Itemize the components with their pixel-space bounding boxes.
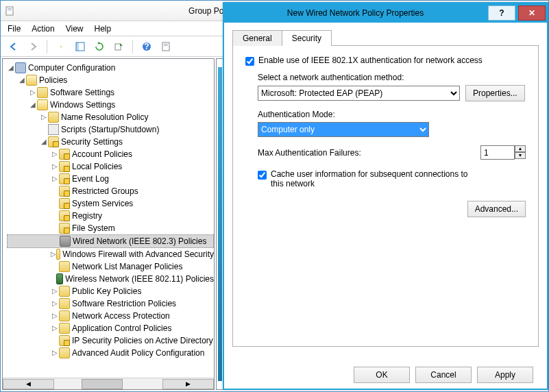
tree-windows-firewall[interactable]: ▷Windows Firewall with Advanced Security [7, 248, 214, 260]
tree-file-system[interactable]: File System [7, 222, 214, 234]
svg-rect-1 [8, 8, 12, 9]
enable-8021x-label: Enable use of IEEE 802.1X authentication… [258, 56, 483, 65]
menu-help[interactable]: Help [95, 24, 112, 34]
tree-advanced-audit[interactable]: ▷Advanced Audit Policy Configuration [7, 347, 214, 359]
svg-text:?: ? [144, 42, 149, 51]
tree-software-restriction[interactable]: ▷Software Restriction Policies [7, 297, 214, 310]
menu-file[interactable]: File [8, 24, 21, 34]
svg-rect-8 [76, 42, 79, 51]
cache-info-checkbox[interactable] [258, 171, 267, 180]
cache-info-label: Cache user information for subsequent co… [271, 169, 476, 188]
forward-button[interactable] [25, 39, 40, 54]
auth-method-select[interactable]: Microsoft: Protected EAP (PEAP) [258, 86, 460, 101]
tab-security[interactable]: Security [282, 30, 332, 46]
cancel-button[interactable]: Cancel [415, 367, 472, 383]
enable-8021x-checkbox[interactable] [245, 57, 254, 66]
tree-name-resolution[interactable]: ▷Name Resolution Policy [7, 111, 214, 123]
tree-app-control[interactable]: ▷Application Control Policies [7, 322, 214, 334]
tree-registry[interactable]: Registry [7, 210, 214, 222]
tree-ipsec[interactable]: IP Security Policies on Active Directory [7, 334, 214, 347]
tree-wired-network[interactable]: Wired Network (IEEE 802.3) Policies [7, 234, 214, 248]
back-button[interactable] [6, 39, 21, 54]
tree-windows-settings[interactable]: ◢Windows Settings [7, 99, 214, 111]
method-properties-button[interactable]: Properties... [465, 85, 525, 101]
dialog-help-button[interactable]: ? [488, 5, 515, 21]
svg-rect-13 [164, 44, 168, 45]
svg-rect-14 [164, 45, 168, 46]
properties-button[interactable] [158, 39, 173, 54]
tree-local-policies[interactable]: ▷Local Policies [7, 160, 214, 173]
menu-view[interactable]: View [66, 24, 84, 34]
dialog-title: New Wired Network Policy Properties [224, 8, 487, 18]
scroll-right-button[interactable]: ▶ [162, 379, 214, 389]
svg-rect-9 [115, 44, 121, 50]
apply-button[interactable]: Apply [477, 367, 533, 383]
select-method-label: Select a network authentication method: [258, 73, 526, 82]
tree-public-key[interactable]: ▷Public Key Policies [7, 285, 214, 297]
advanced-button[interactable]: Advanced... [467, 201, 526, 217]
tree-wireless-network[interactable]: Wireless Network (IEEE 802.11) Policies [7, 273, 214, 285]
dialog-close-button[interactable]: ✕ [518, 5, 546, 21]
tree-h-scrollbar[interactable]: ◀ ▶ [3, 378, 214, 389]
show-hide-tree-button[interactable] [73, 39, 88, 54]
tree-nap[interactable]: ▷Network Access Protection [7, 310, 214, 322]
tab-general[interactable]: General [232, 30, 282, 46]
splitter-indicator [218, 67, 222, 381]
svg-rect-0 [6, 7, 13, 15]
tree-event-log[interactable]: ▷Event Log [7, 173, 214, 185]
up-button[interactable] [53, 39, 69, 54]
svg-rect-12 [162, 42, 169, 51]
tree-pane[interactable]: ◢Computer Configuration ◢Policies ▷Softw… [2, 58, 215, 390]
refresh-button[interactable] [92, 39, 107, 54]
tree-software-settings[interactable]: ▷Software Settings [7, 86, 214, 99]
tree-netlist[interactable]: Network List Manager Policies [7, 260, 214, 273]
menu-action[interactable]: Action [32, 24, 54, 34]
svg-rect-2 [8, 10, 12, 10]
tree-scripts[interactable]: Scripts (Startup/Shutdown) [7, 123, 214, 136]
spin-down-button[interactable]: ▼ [515, 152, 526, 159]
ok-button[interactable]: OK [354, 367, 410, 383]
tree-system-services[interactable]: System Services [7, 197, 214, 210]
auth-mode-select[interactable]: Computer only [258, 122, 429, 137]
max-fail-spinner[interactable]: ▲ ▼ [480, 145, 526, 160]
spin-up-button[interactable]: ▲ [515, 145, 526, 152]
export-button[interactable] [111, 39, 126, 54]
auth-mode-label: Authentication Mode: [258, 110, 526, 119]
tree-root[interactable]: ◢Computer Configuration [7, 62, 214, 74]
app-icon [5, 5, 16, 16]
tree-security-settings[interactable]: ◢Security Settings [7, 136, 214, 148]
dialog-titlebar: New Wired Network Policy Properties ? ✕ [224, 3, 547, 23]
properties-dialog: New Wired Network Policy Properties ? ✕ … [223, 2, 548, 390]
tree-account-policies[interactable]: ▷Account Policies [7, 148, 214, 160]
help-button[interactable]: ? [139, 39, 154, 54]
tree-restricted-groups[interactable]: Restricted Groups [7, 185, 214, 197]
max-fail-input[interactable] [480, 145, 515, 160]
tab-content-security: Enable use of IEEE 802.1X authentication… [232, 45, 539, 347]
scroll-thumb[interactable] [82, 379, 123, 389]
scroll-left-button[interactable]: ◀ [3, 379, 54, 389]
tree-policies[interactable]: ◢Policies [7, 74, 214, 86]
max-fail-label: Max Authentication Failures: [258, 148, 361, 158]
